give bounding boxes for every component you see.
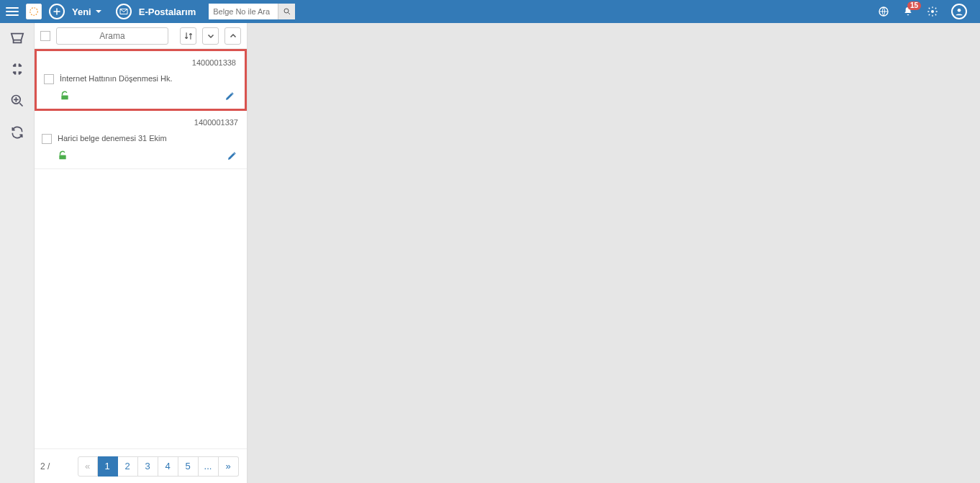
left-rail (0, 23, 35, 483)
emails-link[interactable]: E-Postalarım (139, 6, 196, 17)
notifications-button[interactable]: 15 (902, 6, 914, 17)
new-label: Yeni (72, 6, 91, 17)
page-total: 2 / (40, 461, 69, 471)
content-area (248, 23, 980, 483)
expand-down-button[interactable] (202, 27, 219, 45)
pagination: «12345...» (78, 456, 239, 477)
new-dropdown[interactable]: Yeni (72, 6, 101, 17)
page-button[interactable]: 5 (178, 456, 199, 477)
page-button[interactable]: » (219, 456, 239, 477)
document-list-panel: 1400001338İnternet Hattının Döşenmesi Hk… (35, 23, 248, 483)
user-profile-icon[interactable] (951, 4, 967, 19)
collapse-up-button[interactable] (224, 27, 241, 45)
settings-icon[interactable] (927, 6, 938, 17)
page-button[interactable]: ... (199, 456, 219, 477)
select-all-checkbox[interactable] (40, 31, 50, 41)
svg-point-1 (284, 9, 289, 13)
page-button[interactable]: 2 (118, 456, 138, 477)
app-logo[interactable] (26, 4, 42, 19)
page-button[interactable]: 1 (98, 456, 118, 477)
chevron-up-icon (229, 32, 237, 40)
svg-rect-7 (59, 155, 65, 159)
notification-badge: 15 (907, 1, 921, 10)
search-icon (283, 7, 291, 16)
emails-icon[interactable] (116, 4, 132, 19)
new-button-icon[interactable] (49, 4, 65, 19)
rail-icons (0, 23, 34, 140)
page-button[interactable]: « (78, 456, 98, 477)
emails-label: E-Postalarım (139, 6, 196, 17)
svg-point-3 (931, 10, 934, 13)
zoom-in-icon[interactable] (10, 94, 24, 108)
svg-rect-6 (61, 95, 68, 99)
navbar-search (209, 4, 295, 19)
compress-icon[interactable] (10, 62, 24, 76)
document-number: 1400001338 (44, 57, 237, 74)
globe-icon[interactable] (878, 6, 889, 17)
svg-point-0 (30, 8, 38, 16)
chevron-down-icon (207, 32, 215, 40)
svg-point-4 (958, 9, 961, 12)
nav-left: Yeni E-Postalarım (6, 4, 295, 19)
document-checkbox[interactable] (42, 134, 52, 144)
list-footer: 2 / «12345...» (35, 448, 247, 483)
document-title: İnternet Hattının Döşenmesi Hk. (60, 74, 237, 83)
document-item[interactable]: 1400001337Harici belge denemesi 31 Ekim (35, 111, 247, 169)
list-header (35, 23, 247, 49)
document-list: 1400001338İnternet Hattının Döşenmesi Hk… (35, 49, 247, 448)
signature-icon (224, 90, 236, 101)
unlock-icon (58, 150, 68, 161)
document-number: 1400001337 (42, 117, 240, 134)
navbar-search-input[interactable] (209, 4, 278, 19)
list-search-input[interactable] (56, 27, 168, 45)
document-checkbox[interactable] (44, 74, 54, 84)
menu-toggle-icon[interactable] (6, 7, 19, 16)
sort-button[interactable] (180, 27, 196, 45)
document-item[interactable]: 1400001338İnternet Hattının Döşenmesi Hk… (35, 49, 247, 111)
signature-icon (227, 150, 238, 161)
sort-icon (183, 31, 194, 41)
unlock-icon (60, 91, 70, 101)
navbar-search-button[interactable] (278, 4, 295, 19)
refresh-icon[interactable] (10, 125, 24, 140)
document-title: Harici belge denemesi 31 Ekim (58, 134, 240, 143)
page-button[interactable]: 4 (158, 456, 178, 477)
caret-down-icon (96, 10, 101, 13)
nav-right: 15 (878, 4, 974, 19)
page-button[interactable]: 3 (138, 456, 158, 477)
inbox-icon[interactable] (9, 32, 25, 45)
top-navbar: Yeni E-Postalarım 15 (0, 0, 980, 23)
